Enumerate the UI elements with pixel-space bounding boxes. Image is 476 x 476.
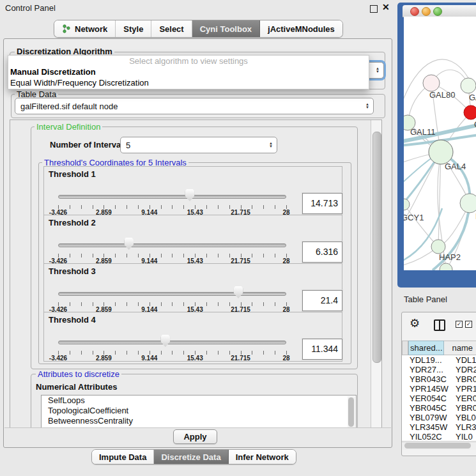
cyni-toolbox-panel: Discretization Algorithm ▲▼ Table Data g…: [3, 38, 392, 448]
node-label: GA: [469, 93, 476, 102]
table-row[interactable]: YER054CYER0: [402, 394, 476, 403]
tab-jactivemnodules[interactable]: jActiveMNodules: [260, 20, 342, 37]
network-view-window: GAL80 GA C GAL11 GAL4 GCY1 H HAP2: [397, 3, 476, 288]
control-panel-title: Control Panel: [5, 3, 56, 13]
node-bottom[interactable]: [440, 263, 452, 270]
number-of-intervals-label: Number of Intervals: [50, 140, 128, 150]
table-row[interactable]: YLR345WYLR3: [402, 422, 476, 432]
interval-definition-label: Interval Definition: [35, 122, 102, 132]
node-gcy1[interactable]: [404, 199, 410, 210]
threshold-4-slider[interactable]: [58, 334, 286, 349]
screenshot-root: Control Panel ✕ Network Style Select Cyn…: [0, 0, 476, 476]
list-item[interactable]: BetweennessCentrality: [42, 416, 356, 426]
node-label: GAL4: [445, 162, 466, 171]
threshold-4-value[interactable]: 11.344: [302, 339, 342, 360]
table-body[interactable]: YDL19...YDL1 YDR27...YDR2 YBR043CYBR0 YP…: [402, 355, 476, 440]
column-header-shared-name[interactable]: shared...: [408, 341, 444, 355]
table-row[interactable]: YPR145WYPR1: [402, 384, 476, 394]
node-label: GCY1: [404, 213, 424, 222]
list-item[interactable]: SelfLoops: [42, 395, 356, 406]
node-hap2[interactable]: [431, 240, 445, 254]
node-gal80[interactable]: [423, 75, 440, 91]
tab-select[interactable]: Select: [151, 20, 192, 37]
bottom-tabbar: Impute Data Discretize Data Infer Networ…: [91, 449, 296, 464]
network-window-titlebar[interactable]: [403, 5, 476, 17]
threshold-1-value[interactable]: 14.713: [302, 193, 342, 214]
apply-button[interactable]: Apply: [173, 429, 217, 444]
table-row[interactable]: YBR043CYBR0: [402, 374, 476, 384]
node-top-right[interactable]: [461, 78, 476, 93]
slider-scale: -3.426 2.859 9.144 15.43 21.715 28: [58, 355, 286, 361]
numerical-attributes-label: Numerical Attributes: [36, 382, 117, 392]
slider-track: [58, 243, 286, 247]
threshold-3-slider[interactable]: [58, 286, 286, 301]
number-of-intervals-combobox[interactable]: 5 ▲▼: [120, 137, 277, 153]
threshold-1-panel: Threshold 1 -3.426 2.859 9.144 15.43 21.…: [43, 166, 342, 216]
slider-track: [58, 195, 286, 199]
panel-scrollbar[interactable]: [371, 120, 381, 428]
control-panel-tabbar: Network Style Select Cyni Toolbox jActiv…: [54, 20, 343, 38]
checkbox-icon[interactable]: ✓: [465, 321, 472, 328]
table-row[interactable]: YBR045CYBR0: [402, 403, 476, 413]
table-data-combobox[interactable]: galFiltered.sif default node ▲▼: [15, 98, 374, 114]
network-canvas[interactable]: GAL80 GA C GAL11 GAL4 GCY1 H HAP2: [404, 17, 476, 270]
threshold-3-panel: Threshold 3 -3.426 2.859 9.144 15.43 21.…: [43, 263, 342, 313]
slider-thumb[interactable]: [185, 189, 194, 201]
table-header-row: shared... name: [402, 341, 476, 355]
column-layout-icon[interactable]: [434, 319, 445, 331]
threshold-1-slider[interactable]: [58, 188, 286, 204]
slider-thumb[interactable]: [234, 286, 243, 298]
close-icon[interactable]: ✕: [382, 2, 390, 12]
numerical-attributes-list[interactable]: SelfLoops TopologicalCoefficient Between…: [41, 395, 357, 429]
settings-viewport: Interval Definition Number of Intervals …: [10, 119, 382, 429]
float-window-icon[interactable]: [370, 5, 378, 13]
checkbox-icon[interactable]: ✓: [456, 321, 463, 328]
gear-icon[interactable]: ⚙: [410, 318, 420, 329]
minimize-traffic-light-icon[interactable]: [422, 7, 431, 16]
slider-track: [58, 292, 286, 296]
horizontal-scrollbar-thumb[interactable]: [404, 443, 471, 449]
zoom-traffic-light-icon[interactable]: [433, 7, 442, 16]
node-h[interactable]: [460, 194, 476, 213]
node-label: GAL80: [429, 90, 455, 100]
threshold-4-panel: Threshold 4 -3.426 2.859 9.144 15.43 21.…: [43, 312, 342, 362]
tab-impute-data[interactable]: Impute Data: [92, 450, 154, 464]
node-gal4[interactable]: [429, 140, 453, 164]
table-row[interactable]: YDR27...YDR2: [402, 365, 476, 374]
tab-cyni-toolbox[interactable]: Cyni Toolbox: [192, 20, 260, 37]
row-gutter: [402, 341, 408, 355]
tab-style[interactable]: Style: [116, 20, 151, 37]
slider-track: [58, 341, 286, 344]
algorithm-dropdown-popup: Select algorithm to view settings Manual…: [8, 55, 369, 89]
threshold-2-panel: Threshold 2 -3.426 2.859 9.144 15.43 21.…: [43, 215, 342, 265]
node-red[interactable]: [464, 105, 476, 119]
slider-thumb[interactable]: [160, 335, 170, 347]
combo-arrows-icon: ▲▼: [365, 103, 369, 109]
network-graph: GAL80 GA C GAL11 GAL4 GCY1 H HAP2: [404, 17, 476, 270]
node-label: HAP2: [439, 252, 461, 262]
horizontal-scrollbar[interactable]: [402, 441, 476, 450]
table-row[interactable]: YIL052CYIL0: [402, 432, 476, 440]
dropdown-hint: Select algorithm to view settings: [8, 56, 369, 66]
table-panel: ⚙ ✓ ✓ shared... name YDL19...YDL1 YDR27.…: [401, 312, 476, 456]
dropdown-option-equal-width[interactable]: Equal Width/Frequency Discretization: [8, 77, 369, 88]
node-label: GAL11: [410, 127, 436, 137]
table-row[interactable]: YDL19...YDL1: [402, 355, 476, 365]
tab-network-label: Network: [75, 24, 107, 34]
threshold-3-value[interactable]: 21.4: [302, 290, 342, 311]
table-row[interactable]: YBL079WYBL0: [402, 413, 476, 422]
combo-arrows-icon: ▲▼: [269, 142, 273, 148]
close-traffic-light-icon[interactable]: [410, 7, 419, 16]
threshold-2-slider[interactable]: [58, 237, 286, 252]
threshold-2-value[interactable]: 6.316: [302, 242, 342, 263]
panel-scrollbar-thumb[interactable]: [372, 132, 381, 363]
dropdown-option-manual-discretization[interactable]: Manual Discretization: [8, 66, 369, 77]
list-scrollbar[interactable]: [348, 396, 355, 429]
tab-discretize-data[interactable]: Discretize Data: [154, 450, 228, 464]
tab-infer-network[interactable]: Infer Network: [229, 450, 296, 464]
slider-thumb[interactable]: [124, 238, 134, 250]
list-item[interactable]: TopologicalCoefficient: [42, 406, 356, 416]
network-icon: [62, 24, 71, 33]
tab-network[interactable]: Network: [54, 20, 116, 37]
column-header-name[interactable]: name: [444, 341, 476, 355]
